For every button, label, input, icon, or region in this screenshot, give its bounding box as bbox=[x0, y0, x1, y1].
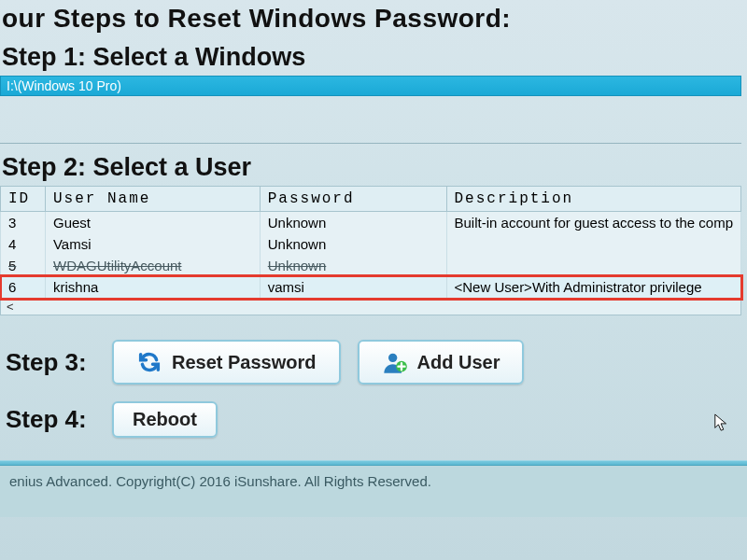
add-user-label: Add User bbox=[417, 352, 500, 373]
reset-password-label: Reset Password bbox=[172, 352, 317, 373]
user-table: ID User Name Password Description 3 Gues… bbox=[0, 186, 741, 299]
table-row[interactable]: 5 WDAGUtilityAccount Unknown bbox=[1, 255, 741, 276]
table-row-selected[interactable]: 6 krishna vamsi <New User>With Administr… bbox=[1, 276, 741, 299]
cell-user: Guest bbox=[45, 212, 260, 234]
cell-desc: Built-in account for guest access to the… bbox=[446, 212, 740, 234]
cell-desc bbox=[446, 233, 740, 255]
col-user[interactable]: User Name bbox=[45, 187, 260, 212]
add-user-icon bbox=[382, 349, 408, 375]
mouse-cursor-icon bbox=[713, 413, 730, 433]
page-title: our Steps to Reset Windows Password: bbox=[2, 4, 741, 34]
footer-copyright: enius Advanced. Copyright(C) 2016 iSunsh… bbox=[0, 466, 747, 517]
cell-id: 4 bbox=[1, 233, 46, 255]
reboot-button[interactable]: Reboot bbox=[112, 401, 218, 438]
step2-heading: Step 2: Select a User bbox=[2, 153, 741, 182]
cell-id: 6 bbox=[1, 276, 46, 299]
step1-heading: Step 1: Select a Windows bbox=[2, 43, 741, 72]
step3-label: Step 3: bbox=[6, 348, 95, 377]
col-id[interactable]: ID bbox=[1, 187, 46, 212]
reboot-label: Reboot bbox=[133, 409, 197, 430]
cell-id: 5 bbox=[1, 255, 46, 276]
cell-desc: <New User>With Administrator privilege bbox=[446, 276, 740, 299]
table-row[interactable]: 3 Guest Unknown Built-in account for gue… bbox=[1, 212, 741, 234]
cell-user: WDAGUtilityAccount bbox=[45, 255, 260, 276]
horizontal-scroll-left[interactable]: < bbox=[0, 299, 741, 315]
section-divider bbox=[0, 143, 741, 144]
cell-password: Unknown bbox=[260, 255, 446, 276]
cell-user: Vamsi bbox=[45, 233, 260, 255]
cell-password: Unknown bbox=[260, 212, 446, 234]
cell-id: 3 bbox=[1, 212, 46, 234]
cell-password: Unknown bbox=[260, 233, 446, 255]
add-user-button[interactable]: Add User bbox=[358, 340, 525, 385]
windows-partition-item[interactable]: I:\(Windows 10 Pro) bbox=[0, 76, 741, 96]
step4-label: Step 4: bbox=[6, 405, 95, 434]
table-row[interactable]: 4 Vamsi Unknown bbox=[1, 233, 741, 255]
refresh-icon bbox=[136, 349, 162, 375]
svg-point-0 bbox=[388, 354, 397, 362]
cell-desc bbox=[446, 255, 740, 276]
cell-user: krishna bbox=[45, 276, 260, 299]
col-password[interactable]: Password bbox=[260, 187, 446, 212]
cell-password: vamsi bbox=[260, 276, 446, 299]
reset-password-button[interactable]: Reset Password bbox=[112, 340, 341, 385]
col-desc[interactable]: Description bbox=[446, 187, 740, 212]
